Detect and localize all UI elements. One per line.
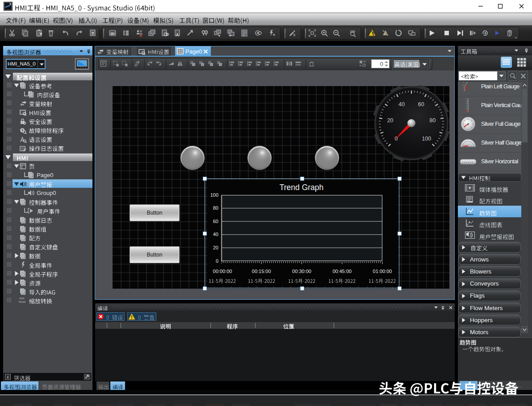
svg-text:mm: mm: [19, 297, 25, 300]
svg-text:?: ?: [92, 31, 94, 36]
svg-text:cm: cm: [21, 300, 26, 303]
svg-text:40: 40: [398, 101, 405, 108]
svg-text:20: 20: [387, 117, 394, 124]
svg-text:80: 80: [429, 117, 436, 124]
svg-text:3D: 3D: [110, 32, 115, 36]
svg-text:100: 100: [350, 30, 355, 33]
svg-text:100: 100: [422, 136, 431, 142]
svg-text:0: 0: [395, 136, 398, 142]
svg-text:60: 60: [418, 101, 424, 108]
